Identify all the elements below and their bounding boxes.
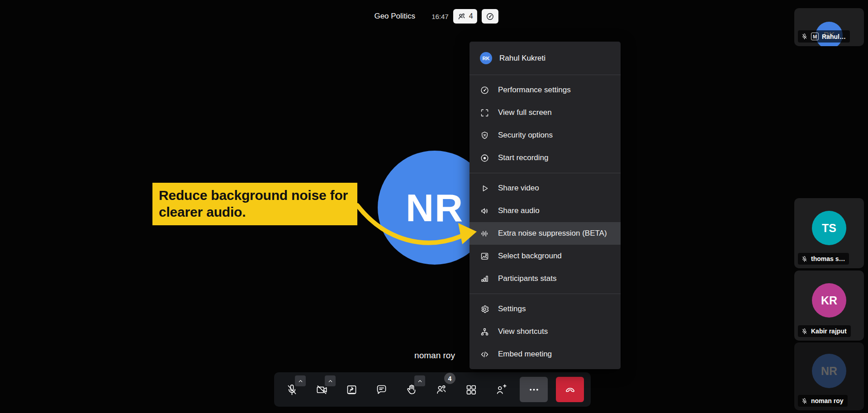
reactions-chevron[interactable]	[414, 375, 425, 386]
avatar: NR	[812, 354, 846, 388]
fullscreen-icon	[480, 108, 489, 118]
callout-line-1: Reduce background noise for	[159, 187, 351, 204]
callout-arrow	[354, 180, 485, 257]
invite-people-button[interactable]	[490, 378, 512, 401]
filmstrip-tile-kabir[interactable]: KR Kabir rajput	[794, 271, 864, 341]
menu-user-name: Rahul Kukreti	[499, 54, 545, 63]
screen-share-icon	[346, 384, 358, 396]
menu-profile-item[interactable]: RK Rahul Kukreti	[470, 42, 621, 75]
participants-count-badge: 4	[444, 373, 455, 384]
hangup-icon	[564, 384, 576, 396]
moderator-badge: M	[811, 33, 819, 40]
tile-name-label: noman roy	[798, 395, 848, 407]
participant-count-pill[interactable]: 4	[453, 9, 477, 24]
tile-name-label: Kabir rajput	[798, 325, 851, 337]
filmstrip-tile-rahul[interactable]: RK M Rahul…	[794, 8, 864, 46]
tile-name-label: thomas s…	[798, 253, 849, 265]
add-person-icon	[495, 384, 507, 396]
menu-item-performance-settings[interactable]: Performance settings	[470, 79, 621, 101]
chat-icon	[375, 384, 388, 396]
speedometer-icon	[486, 12, 494, 21]
conference-info-bar: Geo Politics 16:47 4	[370, 8, 498, 24]
mic-muted-icon	[801, 328, 808, 335]
open-chat-button[interactable]	[370, 378, 392, 401]
speedometer-icon	[480, 85, 489, 95]
chevron-up-icon	[327, 378, 333, 384]
more-options-button[interactable]	[520, 377, 548, 402]
filmstrip-tile-noman[interactable]: NR noman roy	[794, 342, 864, 410]
participants-icon	[435, 384, 447, 396]
menu-section-3: Settings View shortcuts Embed meeting	[470, 294, 621, 369]
meeting-window: Geo Politics 16:47 4 NR noman roy Reduce…	[0, 0, 868, 413]
menu-section-2: Share video Share audio Extra noise supp…	[470, 173, 621, 294]
menu-item-share-video[interactable]: Share video	[470, 177, 621, 199]
menu-item-settings[interactable]: Settings	[470, 298, 621, 320]
menu-item-view-shortcuts[interactable]: View shortcuts	[470, 320, 621, 343]
avatar: TS	[812, 211, 846, 245]
record-icon	[480, 153, 489, 163]
stage-participant-name: noman roy	[389, 351, 480, 361]
audio-options-chevron[interactable]	[295, 375, 306, 386]
tile-view-icon	[465, 384, 477, 396]
menu-item-view-full-screen[interactable]: View full screen	[470, 101, 621, 124]
conference-title: Geo Politics	[370, 8, 420, 24]
toolbar: 4	[274, 372, 591, 407]
participants-button[interactable]: 4	[430, 378, 452, 401]
stop-camera-button[interactable]	[311, 378, 332, 401]
mic-muted-icon	[801, 256, 808, 262]
gear-icon	[480, 304, 489, 314]
mute-microphone-button[interactable]	[281, 378, 303, 401]
chevron-up-icon	[417, 378, 423, 384]
bar-chart-icon	[480, 274, 489, 284]
video-options-chevron[interactable]	[325, 375, 336, 386]
menu-item-embed-meeting[interactable]: Embed meeting	[470, 343, 621, 366]
performance-indicator-pill[interactable]	[482, 9, 498, 24]
menu-item-security-options[interactable]: Security options	[470, 124, 621, 147]
menu-item-select-background[interactable]: Select background	[470, 245, 621, 267]
menu-section-1: Performance settings View full screen Se…	[470, 75, 621, 173]
menu-item-participants-stats[interactable]: Participants stats	[470, 267, 621, 290]
raise-hand-button[interactable]	[400, 378, 422, 401]
chevron-up-icon	[298, 378, 304, 384]
tutorial-callout: Reduce background noise for clearer audi…	[152, 183, 357, 225]
menu-user-avatar: RK	[480, 52, 492, 64]
shield-icon	[480, 131, 489, 140]
callout-line-2: clearer audio.	[159, 204, 351, 220]
share-screen-button[interactable]	[341, 378, 362, 401]
filmstrip-tile-thomas[interactable]: TS thomas s…	[794, 198, 864, 268]
avatar: KR	[812, 283, 846, 318]
tile-name-label: M Rahul…	[798, 30, 850, 43]
code-icon	[480, 350, 489, 359]
more-dots-icon	[528, 384, 540, 396]
menu-item-share-audio[interactable]: Share audio	[470, 199, 621, 222]
mic-muted-icon	[801, 398, 808, 404]
shortcuts-icon	[480, 327, 489, 337]
tile-view-button[interactable]	[460, 378, 482, 401]
mic-muted-icon	[801, 33, 808, 40]
participants-icon	[457, 12, 466, 21]
conference-timer: 16:47	[432, 13, 449, 20]
hangup-button[interactable]	[556, 377, 584, 402]
more-options-menu: RK Rahul Kukreti Performance settings Vi…	[470, 42, 621, 369]
menu-item-start-recording[interactable]: Start recording	[470, 147, 621, 169]
participant-count: 4	[469, 12, 473, 20]
menu-item-extra-noise-suppression[interactable]: Extra noise suppression (BETA)	[470, 222, 621, 245]
